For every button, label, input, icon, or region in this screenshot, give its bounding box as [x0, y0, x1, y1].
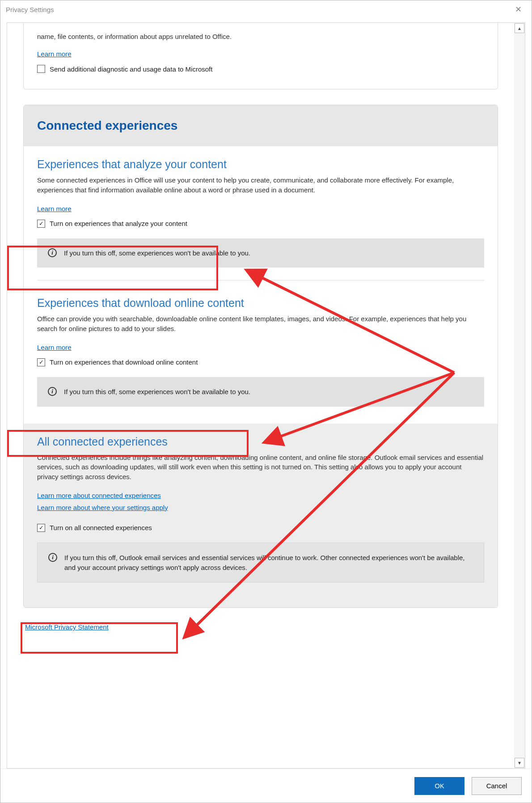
download-checkbox-row[interactable]: ✓ Turn on experiences that download onli… [37, 356, 484, 371]
close-icon[interactable]: ✕ [511, 3, 526, 16]
diagnostic-partial-text: name, file contents, or information abou… [37, 33, 484, 50]
connected-experiences-card: Connected experiences Experiences that a… [23, 105, 498, 608]
diagnostic-card: name, file contents, or information abou… [23, 23, 498, 89]
all-connected-section: All connected experiences Connected expe… [24, 424, 498, 608]
all-heading: All connected experiences [37, 435, 484, 448]
connected-heading: Connected experiences [37, 119, 484, 133]
cancel-button[interactable]: Cancel [472, 777, 522, 795]
window-title: Privacy Settings [6, 6, 54, 13]
analyze-heading: Experiences that analyze your content [37, 158, 484, 171]
download-section: Experiences that download online content… [24, 285, 498, 423]
divider [37, 280, 484, 280]
all-desc: Connected experiences include things lik… [37, 453, 484, 482]
analyze-section: Experiences that analyze your content So… [24, 146, 498, 285]
scrollbar[interactable]: ▲ ▼ [514, 23, 525, 768]
all-checkbox-label: Turn on all connected experiences [50, 524, 152, 531]
all-checkbox[interactable]: ✓ [37, 524, 45, 532]
content-wrapper: name, file contents, or information abou… [7, 22, 525, 769]
analyze-checkbox[interactable]: ✓ [37, 220, 45, 228]
privacy-settings-window: Privacy Settings ✕ name, file contents, … [0, 0, 532, 803]
analyze-checkbox-row[interactable]: ✓ Turn on experiences that analyze your … [37, 217, 484, 232]
download-checkbox[interactable]: ✓ [37, 358, 45, 366]
download-info-box: i If you turn this off, some experiences… [37, 377, 484, 407]
ok-button[interactable]: OK [414, 777, 464, 795]
download-desc: Office can provide you with searchable, … [37, 314, 484, 334]
titlebar: Privacy Settings ✕ [0, 0, 532, 18]
all-learn-more-settings-link[interactable]: Learn more about where your settings app… [37, 504, 168, 511]
info-icon: i [48, 248, 57, 257]
download-learn-more-link[interactable]: Learn more [37, 344, 72, 351]
scroll-down-icon[interactable]: ▼ [515, 758, 524, 768]
analyze-info-box: i If you turn this off, some experiences… [37, 238, 484, 268]
diagnostic-learn-more-link[interactable]: Learn more [37, 50, 72, 58]
info-icon: i [48, 387, 57, 396]
download-checkbox-label: Turn on experiences that download online… [50, 358, 198, 366]
download-info-text: If you turn this off, some experiences w… [64, 387, 250, 397]
info-icon: i [48, 553, 57, 562]
all-learn-more-connected-link[interactable]: Learn more about connected experiences [37, 492, 161, 499]
analyze-learn-more-link[interactable]: Learn more [37, 205, 72, 212]
analyze-desc: Some connected experiences in Office wil… [37, 175, 484, 195]
all-info-box: i If you turn this off, Outlook email se… [37, 543, 484, 583]
scroll-area: name, file contents, or information abou… [7, 23, 514, 768]
diagnostic-checkbox-label: Send additional diagnostic and usage dat… [50, 65, 212, 73]
diagnostic-checkbox[interactable] [37, 65, 45, 73]
analyze-info-text: If you turn this off, some experiences w… [64, 248, 250, 258]
privacy-statement-link[interactable]: Microsoft Privacy Statement [25, 623, 109, 631]
connected-card-header: Connected experiences [24, 105, 498, 146]
analyze-checkbox-label: Turn on experiences that analyze your co… [50, 220, 187, 227]
download-heading: Experiences that download online content [37, 297, 484, 310]
diagnostic-checkbox-row[interactable]: Send additional diagnostic and usage dat… [37, 62, 484, 77]
scroll-up-icon[interactable]: ▲ [515, 23, 524, 33]
all-info-text: If you turn this off, Outlook email serv… [64, 553, 473, 573]
dialog-footer: OK Cancel [0, 769, 532, 803]
all-checkbox-row[interactable]: ✓ Turn on all connected experiences [37, 521, 484, 536]
